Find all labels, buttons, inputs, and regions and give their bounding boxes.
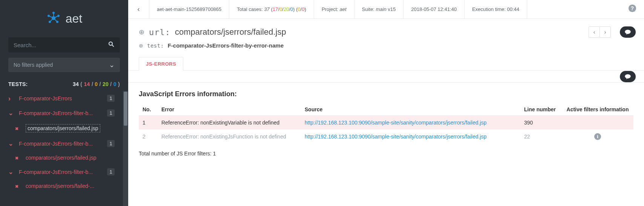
svg-line-9	[50, 18, 54, 22]
svg-text:?: ?	[631, 6, 634, 11]
test-item-label: F-comparator-JsErrors-filter-b...	[19, 169, 107, 175]
tabs: JS-ERRORS	[128, 49, 644, 71]
test-item-label: F-comparator-JsErrors-filter-b...	[19, 141, 107, 147]
cell-source: http://192.168.123.100:9090/sample-site/…	[301, 116, 520, 130]
test-item[interactable]: F-comparator-JsErrors-filter-b... 1	[0, 106, 123, 120]
filters-label: No filters applied	[14, 62, 53, 68]
test-list: F-comparator-JsErrors 1 F-comparator-JsE…	[0, 91, 123, 206]
test-item[interactable]: F-comparator-JsErrors-filter-b... 1	[0, 164, 123, 179]
col-error: Error	[158, 103, 301, 116]
total-cases: Total cases: 37 ( 17 / 0 / 20 / 0 ) ( 0 …	[229, 0, 314, 18]
exec-time: Execution time: 00:44	[465, 0, 527, 18]
cell-line: 390	[520, 116, 562, 130]
test-child-item[interactable]: comparators/jserrors/failed-...	[0, 179, 123, 193]
target-icon: ⊕	[139, 43, 143, 49]
x-icon	[15, 183, 22, 189]
cell-error: ReferenceError: nonExistingVariable is n…	[158, 116, 301, 130]
sidebar: aet No filters applied ⌄ TESTS: 34 ( 14 …	[0, 0, 128, 206]
cell-no: 2	[139, 129, 158, 144]
tests-label: TESTS:	[8, 81, 28, 87]
caret-down-icon	[8, 169, 15, 175]
cell-filters	[562, 129, 633, 144]
test-child-item[interactable]: comparators/jserrors/failed.jsp	[0, 120, 123, 136]
test-item-label: F-comparator-JsErrors-filter-b...	[19, 110, 107, 116]
scrollbar[interactable]	[123, 91, 128, 206]
table-row: 2 ReferenceError: nonExistingJsFunction …	[139, 129, 633, 144]
tab-jserrors[interactable]: JS-ERRORS	[139, 57, 183, 71]
brand: aet	[0, 0, 128, 34]
datetime: 2018-05-07 12:41:40	[403, 0, 465, 18]
test-value: F-comparator-JsErrors-filter-by-error-na…	[168, 42, 284, 49]
cell-no: 1	[139, 116, 158, 130]
test-item-badge: 1	[107, 95, 115, 102]
back-button[interactable]: ‹	[128, 0, 149, 18]
chevron-left-icon: ‹	[593, 29, 595, 35]
suite: Suite: main v15	[354, 0, 404, 18]
x-icon	[15, 126, 22, 131]
run-name[interactable]: aet-aet-main-1525689700865	[149, 0, 229, 18]
search-input[interactable]	[14, 42, 108, 48]
prev-button[interactable]: ‹	[589, 26, 600, 38]
cell-filters	[562, 116, 633, 130]
caret-down-icon	[8, 141, 15, 147]
test-item-badge: 1	[107, 168, 115, 175]
url-label: url:	[149, 28, 170, 37]
col-filters: Active filters information	[562, 103, 633, 116]
nav-buttons: ‹ ›	[589, 26, 611, 38]
brand-name: aet	[66, 12, 82, 26]
col-no: No.	[139, 103, 158, 116]
info-icon[interactable]	[594, 133, 601, 139]
chevron-left-icon: ‹	[138, 5, 140, 13]
topbar: ‹ aet-aet-main-1525689700865 Total cases…	[128, 0, 644, 19]
col-source: Source	[301, 103, 520, 116]
chevron-down-icon: ⌄	[109, 61, 115, 69]
test-child-label: comparators/jserrors/failed-...	[26, 183, 115, 189]
svg-point-15	[625, 30, 630, 34]
scrollbar-thumb[interactable]	[124, 92, 127, 126]
tests-counts: 34 ( 14 / 0 / 20 / 0 )	[73, 81, 120, 87]
svg-point-11	[109, 42, 112, 45]
tests-header: TESTS: 34 ( 14 / 0 / 20 / 0 )	[0, 79, 128, 91]
help-button[interactable]: ?	[621, 4, 644, 14]
test-child-label: comparators/jserrors/failed.jsp	[26, 124, 100, 132]
svg-point-16	[625, 74, 630, 78]
test-item-badge: 1	[107, 109, 115, 117]
chevron-right-icon: ›	[604, 29, 606, 35]
cell-line: 22	[520, 129, 562, 144]
test-item-badge: 1	[107, 140, 115, 147]
comment-button[interactable]	[620, 71, 636, 82]
next-button[interactable]: ›	[600, 26, 611, 38]
source-link[interactable]: http://192.168.123.100:9090/sample-site/…	[305, 120, 487, 126]
caret-down-icon	[8, 110, 15, 116]
test-item-label: F-comparator-JsErrors	[19, 95, 107, 101]
target-icon: ⊕	[139, 28, 144, 36]
comment-button[interactable]	[620, 26, 636, 38]
url-value: comparators/jserrors/failed.jsp	[175, 27, 286, 37]
caret-right-icon	[8, 95, 15, 102]
source-link[interactable]: http://192.168.123.100:9090/sample-site/…	[305, 134, 487, 140]
cell-source: http://192.168.123.100:9090/sample-site/…	[301, 129, 520, 144]
search-box[interactable]	[8, 37, 120, 52]
x-icon	[15, 155, 22, 161]
test-item[interactable]: F-comparator-JsErrors-filter-b... 1	[0, 136, 123, 151]
action-row	[128, 71, 644, 83]
cell-error: ReferenceError: nonExistingJsFunction is…	[158, 129, 301, 144]
test-child-item[interactable]: comparators/jserrors/failed.jsp	[0, 151, 123, 164]
test-label: test:	[147, 43, 164, 49]
test-child-label: comparators/jserrors/failed.jsp	[26, 155, 115, 161]
filters-dropdown[interactable]: No filters applied ⌄	[8, 58, 120, 72]
svg-line-8	[54, 18, 57, 22]
filters-summary: Total number of JS Error filters: 1	[139, 151, 633, 157]
project: Project: aet	[314, 0, 354, 18]
content: JavaScript Errors information: No. Error…	[128, 83, 644, 206]
section-title: JavaScript Errors information:	[139, 90, 633, 98]
page-header: ⊕ url: comparators/jserrors/failed.jsp ⊕…	[128, 19, 644, 49]
errors-table: No. Error Source Line number Active filt…	[139, 103, 633, 144]
col-line: Line number	[520, 103, 562, 116]
search-icon[interactable]	[108, 41, 115, 49]
main-panel: ‹ aet-aet-main-1525689700865 Total cases…	[128, 0, 644, 206]
brand-logo-icon	[46, 11, 61, 27]
table-row: 1 ReferenceError: nonExistingVariable is…	[139, 116, 633, 130]
test-item[interactable]: F-comparator-JsErrors 1	[0, 91, 123, 106]
svg-line-12	[112, 45, 114, 47]
